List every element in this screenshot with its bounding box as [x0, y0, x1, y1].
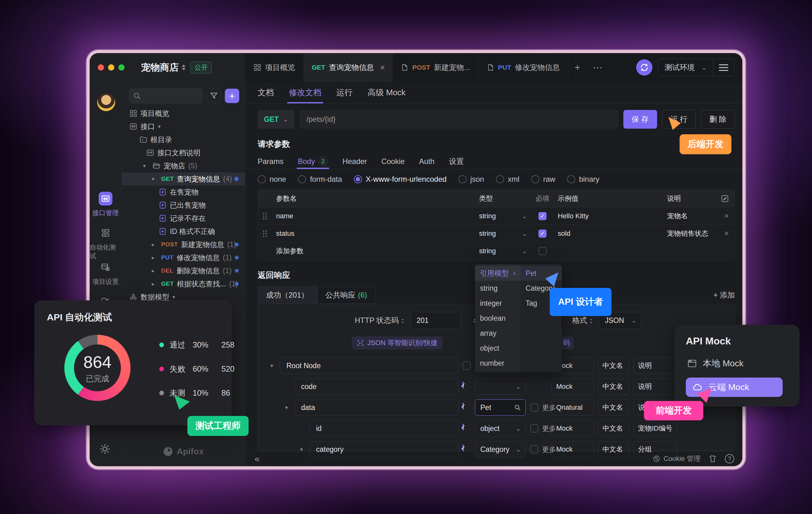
tree-item-apis[interactable]: 接口 ▾: [122, 120, 245, 133]
field-checkbox[interactable]: [463, 424, 464, 430]
tree-item-del-delete-pet[interactable]: ▸ DEL 删除宠物信息 (1): [122, 264, 245, 277]
required-checkbox[interactable]: [532, 212, 553, 220]
cn-name-input[interactable]: 中文名: [598, 399, 629, 416]
project-title[interactable]: 宠物商店: [141, 61, 179, 74]
cn-name-input[interactable]: 中文名: [598, 358, 629, 374]
tab-post-new-pet[interactable]: POST 新建宠物...: [393, 53, 478, 82]
field-name-input[interactable]: Root Node: [280, 358, 459, 374]
close-tab-icon[interactable]: ×: [380, 63, 385, 73]
tab-edit-doc[interactable]: 修改文档: [289, 82, 321, 103]
cn-name-input[interactable]: 中文名: [598, 378, 629, 395]
type-select[interactable]: string⌄: [474, 230, 532, 238]
rail-item-auto-test[interactable]: 自动化测试: [90, 226, 121, 260]
field-type-search[interactable]: Pet: [475, 399, 526, 416]
avatar[interactable]: [97, 93, 115, 111]
case-settings-icon[interactable]: [234, 281, 239, 286]
radio-urlencoded[interactable]: X-www-form-urlencoded: [354, 175, 446, 183]
mock-input[interactable]: Qnatural: [552, 399, 594, 416]
rail-item-project-settings[interactable]: 项目设置: [90, 260, 121, 286]
radio-binary[interactable]: binary: [567, 175, 599, 183]
field-name-input[interactable]: id: [310, 420, 459, 436]
rail-item-api-manage[interactable]: 接口管理: [90, 192, 121, 217]
add-param-input[interactable]: 添加参数: [271, 247, 474, 256]
required-checkbox[interactable]: [532, 247, 553, 255]
cn-name-input[interactable]: 中文名: [598, 420, 629, 436]
filter-button[interactable]: [207, 89, 221, 103]
case-settings-icon[interactable]: [234, 242, 239, 247]
tab-project-overview[interactable]: 项目概览: [245, 53, 303, 82]
add-api-button[interactable]: +: [225, 89, 239, 103]
maximize-window-button[interactable]: [118, 64, 125, 70]
tree-item-project-overview[interactable]: 项目概览: [122, 107, 245, 120]
tab-body[interactable]: Body 2: [298, 154, 328, 169]
tab-run[interactable]: 运行: [336, 82, 353, 103]
tree-item-case-notfound[interactable]: 记录不存在: [122, 212, 245, 225]
drag-handle[interactable]: [258, 212, 271, 220]
desc-input[interactable]: 分组: [633, 441, 677, 457]
field-extra-checkbox[interactable]: [530, 403, 539, 411]
field-extra-checkbox[interactable]: [530, 424, 539, 432]
type-select[interactable]: string⌄: [474, 247, 532, 255]
case-settings-icon[interactable]: [234, 255, 239, 260]
desc-input[interactable]: 说明: [633, 358, 677, 374]
desc-input[interactable]: 宠物ID编号: [633, 420, 677, 436]
field-name-input[interactable]: data: [294, 399, 459, 416]
menu-item-integer[interactable]: integer: [475, 296, 521, 311]
field-checkbox[interactable]: [463, 362, 471, 370]
type-select[interactable]: string⌄: [474, 212, 532, 220]
tab-settings[interactable]: 设置: [449, 154, 464, 169]
field-type-select[interactable]: Category⌄: [475, 441, 526, 457]
menu-item-object[interactable]: object: [475, 341, 521, 356]
required-checkbox[interactable]: [532, 230, 553, 238]
bulk-edit-icon[interactable]: [721, 195, 729, 203]
tree-item-get-find-by-status[interactable]: ▸ GET 根据状态查找... (1): [122, 277, 245, 290]
mock-input[interactable]: Mock: [552, 441, 594, 457]
case-settings-icon[interactable]: [234, 268, 239, 273]
mock-input[interactable]: Mock: [552, 378, 594, 395]
field-name-input[interactable]: code: [294, 378, 459, 395]
drag-handle[interactable]: [258, 230, 271, 237]
radio-json[interactable]: json: [459, 175, 484, 183]
project-switcher-icon[interactable]: [182, 65, 185, 70]
field-checkbox[interactable]: [463, 445, 464, 451]
tree-item-root-folder[interactable]: 根目录: [122, 133, 245, 146]
smart-import-badge[interactable]: JSON 等智能识别/快捷: [352, 336, 442, 349]
radio-xml[interactable]: xml: [496, 175, 519, 183]
path-input[interactable]: /pets/{id}: [299, 110, 618, 128]
field-extra-checkbox[interactable]: [530, 445, 539, 453]
method-select[interactable]: GET ⌄: [258, 110, 294, 128]
tree-item-case-onsale[interactable]: 在售宠物: [122, 185, 245, 199]
settings-gear-icon[interactable]: [99, 443, 111, 455]
mock-input[interactable]: Mock: [552, 420, 594, 436]
field-checkbox[interactable]: [463, 382, 464, 389]
delete-button[interactable]: 删 除: [701, 110, 735, 128]
radio-none[interactable]: none: [258, 175, 286, 183]
desc-input[interactable]: 说明: [633, 378, 677, 395]
radio-form-data[interactable]: form-data: [298, 175, 342, 183]
tab-params[interactable]: Params: [258, 154, 284, 169]
tree-item-case-badid[interactable]: ID 格式不正确: [122, 225, 245, 238]
tree-item-case-sold[interactable]: 已出售宠物: [122, 199, 245, 212]
tab-header[interactable]: Header: [342, 154, 367, 169]
http-status-input[interactable]: 201: [411, 312, 461, 329]
tab-auth[interactable]: Auth: [419, 154, 434, 169]
tree-item-get-query-pet[interactable]: ▾ GET 查询宠物信息 (4): [122, 172, 245, 185]
sync-button[interactable]: [636, 59, 652, 76]
case-settings-icon[interactable]: [234, 176, 239, 182]
field-type-select[interactable]: object⌄: [475, 420, 526, 436]
menu-item-boolean[interactable]: boolean: [475, 311, 521, 326]
tree-item-put-edit-pet[interactable]: ▸ PUT 修改宠物信息 (1): [122, 251, 245, 264]
tab-get-query-pet[interactable]: GET 查询宠物信息 ×: [303, 53, 393, 82]
tree-item-post-new-pet[interactable]: ▸ POST 新建宠物信息 (1): [122, 238, 245, 251]
close-window-button[interactable]: [98, 64, 104, 70]
save-button[interactable]: 保 存: [624, 110, 657, 128]
field-name-input[interactable]: category: [310, 441, 459, 457]
cn-name-input[interactable]: 中文名: [598, 441, 629, 457]
remove-row-icon[interactable]: ×: [724, 229, 729, 238]
tab-cookie[interactable]: Cookie: [381, 154, 405, 169]
local-mock-item[interactable]: 本地 Mock: [686, 358, 788, 369]
tree-item-petstore-folder[interactable]: ▾ 宠物店 (5): [122, 159, 245, 172]
tree-item-doc-readme[interactable]: 接口文档说明: [122, 146, 245, 159]
menu-item-ref-model[interactable]: 引用模型›: [475, 266, 521, 281]
menu-button[interactable]: [713, 64, 734, 71]
